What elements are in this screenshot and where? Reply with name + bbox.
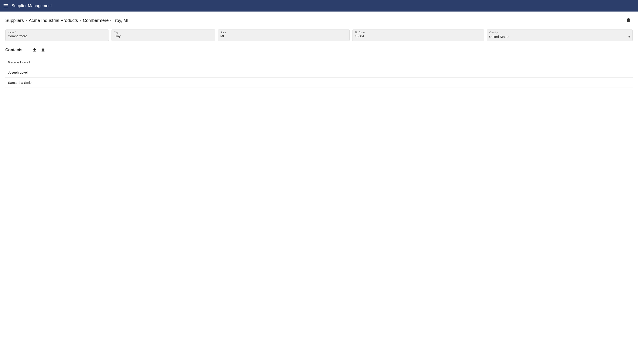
country-value: United States bbox=[489, 35, 509, 38]
breadcrumb-suppliers[interactable]: Suppliers bbox=[5, 18, 24, 23]
contact-list: George HowellJoseph LovellSamantha Smith bbox=[5, 57, 633, 88]
country-select-inner[interactable]: United States ▾ bbox=[489, 34, 630, 39]
breadcrumb-combermere[interactable]: Combermere - Troy, MI bbox=[83, 18, 128, 23]
zip-label: Zip Code bbox=[355, 31, 482, 34]
contacts-section: Contacts + George HowellJoseph LovellSam… bbox=[5, 46, 633, 88]
list-item[interactable]: George Howell bbox=[5, 57, 633, 68]
state-input[interactable] bbox=[220, 34, 348, 38]
top-bar: Supplier Management bbox=[0, 0, 638, 12]
breadcrumb-separator-1: › bbox=[26, 18, 27, 23]
breadcrumb-acme[interactable]: Acme Industrial Products bbox=[28, 18, 78, 23]
add-contact-button[interactable]: + bbox=[25, 46, 29, 54]
list-item[interactable]: Joseph Lovell bbox=[5, 68, 633, 78]
city-label: City bbox=[114, 31, 212, 34]
main-content: Suppliers › Acme Industrial Products › C… bbox=[0, 12, 638, 364]
list-item[interactable]: Samantha Smith bbox=[5, 78, 633, 88]
city-input[interactable] bbox=[114, 34, 212, 38]
name-field: Name * bbox=[5, 30, 109, 41]
country-field[interactable]: Country United States ▾ bbox=[487, 30, 633, 41]
download-contacts-button[interactable] bbox=[32, 47, 38, 53]
state-field: State bbox=[218, 30, 350, 41]
state-label: State bbox=[220, 31, 348, 34]
menu-icon[interactable] bbox=[4, 4, 8, 7]
zip-field: Zip Code bbox=[352, 30, 484, 41]
plus-icon: + bbox=[26, 47, 28, 53]
chevron-down-icon: ▾ bbox=[628, 34, 630, 39]
app-title: Supplier Management bbox=[12, 4, 52, 8]
name-input[interactable] bbox=[8, 34, 106, 38]
upload-icon bbox=[40, 48, 46, 52]
trash-icon bbox=[626, 18, 631, 22]
contacts-header: Contacts + bbox=[5, 46, 633, 54]
country-label: Country bbox=[489, 31, 630, 34]
city-field: City bbox=[112, 30, 215, 41]
zip-input[interactable] bbox=[355, 34, 482, 38]
upload-contacts-button[interactable] bbox=[40, 47, 46, 53]
name-label: Name * bbox=[8, 31, 106, 34]
form-row: Name * City State Zip Code Country Unite… bbox=[5, 30, 633, 41]
contacts-title: Contacts bbox=[5, 48, 22, 52]
download-icon bbox=[32, 48, 37, 52]
delete-button[interactable] bbox=[624, 16, 633, 25]
breadcrumb-row: Suppliers › Acme Industrial Products › C… bbox=[5, 16, 633, 25]
breadcrumb: Suppliers › Acme Industrial Products › C… bbox=[5, 18, 128, 23]
breadcrumb-separator-2: › bbox=[80, 18, 81, 23]
